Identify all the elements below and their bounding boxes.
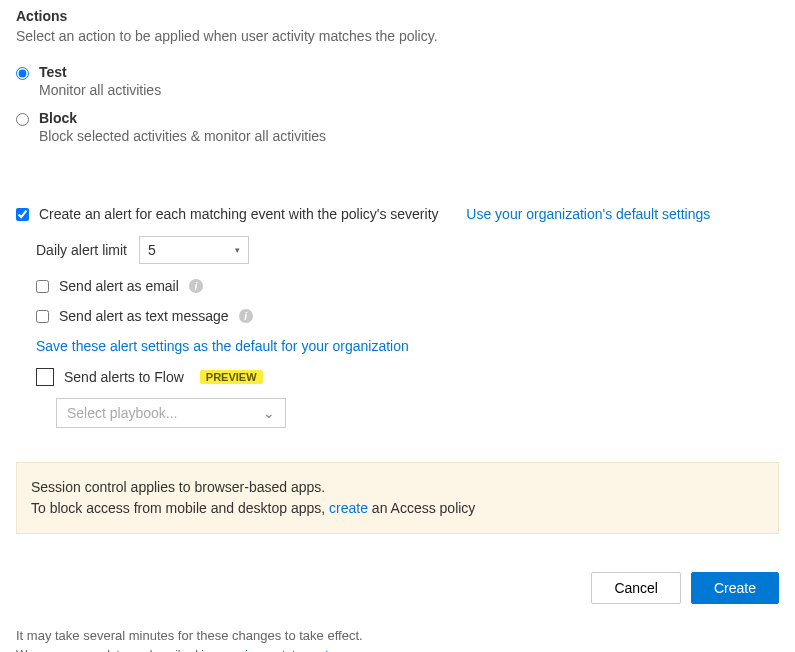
create-alert-row: Create an alert for each matching event … — [16, 206, 779, 222]
section-subtitle: Select an action to be applied when user… — [16, 28, 779, 44]
section-title: Actions — [16, 8, 779, 24]
mode-block-desc: Block selected activities & monitor all … — [39, 128, 326, 144]
send-sms-label: Send alert as text message — [59, 308, 229, 324]
daily-limit-row: Daily alert limit 5 ▾ — [36, 236, 779, 264]
create-alert-checkbox[interactable] — [16, 208, 29, 221]
create-alert-label: Create an alert for each matching event … — [39, 206, 439, 222]
info-icon[interactable]: i — [239, 309, 253, 323]
mode-block-label: Block — [39, 110, 326, 126]
footnote-line2a: We secure your data as described in our — [16, 648, 235, 653]
save-default-link[interactable]: Save these alert settings as the default… — [36, 338, 779, 354]
mode-test-row[interactable]: Test Monitor all activities — [16, 64, 779, 98]
footnote-line2b: . — [329, 648, 332, 653]
footnote: It may take several minutes for these ch… — [16, 626, 779, 652]
mode-test-radio[interactable] — [16, 67, 29, 80]
send-email-checkbox[interactable] — [36, 280, 49, 293]
button-row: Cancel Create — [16, 572, 779, 604]
cancel-button[interactable]: Cancel — [591, 572, 681, 604]
send-flow-row: Send alerts to Flow PREVIEW — [36, 368, 779, 386]
daily-limit-value: 5 — [148, 242, 156, 258]
daily-limit-label: Daily alert limit — [36, 242, 127, 258]
mode-block-row[interactable]: Block Block selected activities & monito… — [16, 110, 779, 144]
send-flow-label: Send alerts to Flow — [64, 369, 184, 385]
send-sms-checkbox[interactable] — [36, 310, 49, 323]
info-icon[interactable]: i — [189, 279, 203, 293]
caret-down-icon: ▾ — [235, 245, 240, 255]
send-email-label: Send alert as email — [59, 278, 179, 294]
send-email-row: Send alert as email i — [36, 278, 779, 294]
create-button[interactable]: Create — [691, 572, 779, 604]
banner-create-link[interactable]: create — [329, 500, 368, 516]
banner-line1: Session control applies to browser-based… — [31, 477, 764, 498]
footnote-line1: It may take several minutes for these ch… — [16, 626, 779, 646]
send-sms-row: Send alert as text message i — [36, 308, 779, 324]
info-banner: Session control applies to browser-based… — [16, 462, 779, 534]
privacy-link[interactable]: privacy statement — [235, 648, 329, 653]
chevron-down-icon: ⌄ — [263, 405, 275, 421]
banner-line2a: To block access from mobile and desktop … — [31, 500, 329, 516]
use-default-settings-link[interactable]: Use your organization's default settings — [466, 206, 710, 222]
playbook-placeholder: Select playbook... — [67, 405, 178, 421]
mode-block-radio[interactable] — [16, 113, 29, 126]
mode-test-label: Test — [39, 64, 161, 80]
playbook-select[interactable]: Select playbook... ⌄ — [56, 398, 286, 428]
preview-badge: PREVIEW — [200, 370, 263, 384]
daily-limit-select[interactable]: 5 ▾ — [139, 236, 249, 264]
banner-line2b: an Access policy — [368, 500, 475, 516]
send-flow-checkbox[interactable] — [36, 368, 54, 386]
mode-test-desc: Monitor all activities — [39, 82, 161, 98]
